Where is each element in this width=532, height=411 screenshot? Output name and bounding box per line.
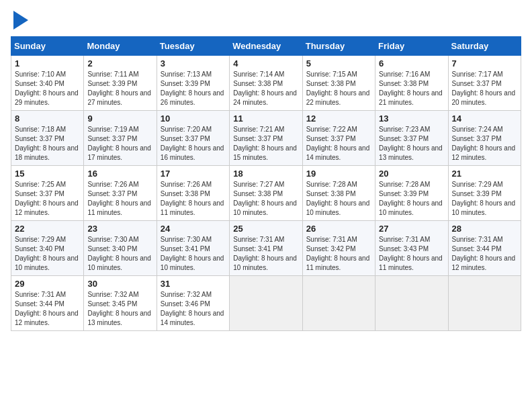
day-number: 12 (306, 113, 371, 124)
sunrise: Sunrise: 7:22 AM (306, 126, 357, 133)
day-number: 29 (15, 279, 80, 289)
day-number: 22 (15, 224, 80, 234)
day-number: 9 (87, 113, 152, 124)
calendar-header-row: SundayMondayTuesdayWednesdayThursdayFrid… (11, 37, 521, 56)
day-number: 27 (379, 224, 444, 234)
day-number: 25 (233, 224, 298, 234)
calendar-day-30: 30Sunrise: 7:32 AMSunset: 3:45 PMDayligh… (84, 276, 157, 331)
sunrise: Sunrise: 7:15 AM (306, 71, 357, 78)
day-number: 8 (15, 113, 80, 124)
daylight: Daylight: 8 hours and 12 minutes. (452, 255, 516, 271)
day-info: Sunrise: 7:26 AMSunset: 3:38 PMDaylight:… (161, 180, 226, 218)
calendar-day-17: 17Sunrise: 7:26 AMSunset: 3:38 PMDayligh… (157, 166, 229, 221)
day-info: Sunrise: 7:15 AMSunset: 3:38 PMDaylight:… (306, 70, 371, 107)
day-number: 18 (233, 169, 298, 179)
sunset: Sunset: 3:37 PM (306, 135, 356, 142)
sunset: Sunset: 3:39 PM (452, 190, 502, 197)
sunset: Sunset: 3:37 PM (452, 135, 502, 142)
day-number: 23 (87, 224, 152, 234)
calendar-week-5: 29Sunrise: 7:31 AMSunset: 3:44 PMDayligh… (11, 276, 521, 331)
daylight: Daylight: 8 hours and 13 minutes. (87, 310, 151, 326)
daylight: Daylight: 8 hours and 21 minutes. (379, 89, 443, 106)
calendar-table: SundayMondayTuesdayWednesdayThursdayFrid… (11, 36, 521, 331)
sunrise: Sunrise: 7:32 AM (87, 291, 138, 298)
calendar-day-23: 23Sunrise: 7:30 AMSunset: 3:40 PMDayligh… (84, 221, 157, 276)
calendar-day-18: 18Sunrise: 7:27 AMSunset: 3:38 PMDayligh… (230, 166, 302, 221)
calendar-day-27: 27Sunrise: 7:31 AMSunset: 3:43 PMDayligh… (375, 221, 448, 276)
daylight: Daylight: 8 hours and 10 minutes. (233, 255, 297, 271)
day-number: 28 (452, 224, 517, 234)
calendar-header-sunday: Sunday (11, 37, 84, 56)
calendar-header-monday: Monday (84, 37, 157, 56)
sunrise: Sunrise: 7:19 AM (87, 126, 138, 133)
sunrise: Sunrise: 7:13 AM (161, 71, 212, 78)
day-number: 10 (161, 113, 226, 124)
empty-cell (302, 276, 375, 331)
daylight: Daylight: 8 hours and 14 minutes. (161, 310, 224, 326)
svg-marker-0 (13, 11, 28, 30)
sunset: Sunset: 3:37 PM (15, 190, 64, 197)
empty-cell (375, 276, 448, 331)
calendar-day-24: 24Sunrise: 7:30 AMSunset: 3:41 PMDayligh… (157, 221, 229, 276)
sunrise: Sunrise: 7:32 AM (161, 291, 212, 298)
day-number: 31 (161, 279, 226, 289)
day-number: 15 (15, 169, 80, 179)
calendar-day-13: 13Sunrise: 7:23 AMSunset: 3:37 PMDayligh… (375, 111, 448, 166)
day-number: 5 (306, 58, 371, 68)
day-number: 2 (87, 58, 152, 68)
sunset: Sunset: 3:44 PM (15, 300, 64, 308)
calendar-day-7: 7Sunrise: 7:17 AMSunset: 3:37 PMDaylight… (448, 56, 521, 111)
sunset: Sunset: 3:39 PM (379, 190, 429, 197)
sunset: Sunset: 3:37 PM (15, 135, 64, 142)
calendar-day-5: 5Sunrise: 7:15 AMSunset: 3:38 PMDaylight… (302, 56, 375, 111)
day-number: 20 (379, 169, 444, 179)
sunrise: Sunrise: 7:24 AM (452, 126, 503, 133)
sunrise: Sunrise: 7:26 AM (87, 181, 138, 188)
calendar-week-2: 8Sunrise: 7:18 AMSunset: 3:37 PMDaylight… (11, 111, 521, 166)
sunrise: Sunrise: 7:20 AM (161, 126, 212, 133)
sunrise: Sunrise: 7:14 AM (233, 71, 284, 78)
day-info: Sunrise: 7:21 AMSunset: 3:37 PMDaylight:… (233, 125, 298, 163)
day-info: Sunrise: 7:20 AMSunset: 3:37 PMDaylight:… (161, 125, 226, 163)
calendar-day-28: 28Sunrise: 7:31 AMSunset: 3:44 PMDayligh… (448, 221, 521, 276)
calendar-week-1: 1Sunrise: 7:10 AMSunset: 3:40 PMDaylight… (11, 56, 521, 111)
calendar-header-tuesday: Tuesday (157, 37, 229, 56)
calendar-day-31: 31Sunrise: 7:32 AMSunset: 3:46 PMDayligh… (157, 276, 229, 331)
day-info: Sunrise: 7:19 AMSunset: 3:37 PMDaylight:… (87, 125, 152, 163)
daylight: Daylight: 8 hours and 17 minutes. (87, 144, 151, 161)
calendar-day-21: 21Sunrise: 7:29 AMSunset: 3:39 PMDayligh… (448, 166, 521, 221)
day-number: 17 (161, 169, 226, 179)
calendar-header-friday: Friday (375, 37, 448, 56)
daylight: Daylight: 8 hours and 13 minutes. (379, 144, 443, 161)
sunrise: Sunrise: 7:28 AM (379, 181, 430, 188)
calendar-day-15: 15Sunrise: 7:25 AMSunset: 3:37 PMDayligh… (11, 166, 84, 221)
daylight: Daylight: 8 hours and 18 minutes. (15, 144, 79, 161)
day-number: 13 (379, 113, 444, 124)
daylight: Daylight: 8 hours and 11 minutes. (379, 255, 443, 271)
empty-cell (230, 276, 302, 331)
sunrise: Sunrise: 7:11 AM (87, 71, 138, 78)
daylight: Daylight: 8 hours and 10 minutes. (379, 199, 443, 216)
day-info: Sunrise: 7:24 AMSunset: 3:37 PMDaylight:… (452, 125, 517, 163)
empty-cell (448, 276, 521, 331)
sunset: Sunset: 3:40 PM (87, 245, 137, 253)
day-info: Sunrise: 7:17 AMSunset: 3:37 PMDaylight:… (452, 70, 517, 107)
sunset: Sunset: 3:39 PM (87, 80, 137, 87)
day-number: 24 (161, 224, 226, 234)
sunrise: Sunrise: 7:21 AM (233, 126, 284, 133)
day-info: Sunrise: 7:31 AMSunset: 3:44 PMDaylight:… (452, 235, 517, 273)
calendar-day-29: 29Sunrise: 7:31 AMSunset: 3:44 PMDayligh… (11, 276, 84, 331)
sunrise: Sunrise: 7:31 AM (15, 291, 66, 298)
day-info: Sunrise: 7:31 AMSunset: 3:41 PMDaylight:… (233, 235, 298, 273)
daylight: Daylight: 8 hours and 12 minutes. (15, 199, 79, 216)
day-info: Sunrise: 7:10 AMSunset: 3:40 PMDaylight:… (15, 70, 80, 107)
day-info: Sunrise: 7:31 AMSunset: 3:43 PMDaylight:… (379, 235, 444, 273)
calendar-day-2: 2Sunrise: 7:11 AMSunset: 3:39 PMDaylight… (84, 56, 157, 111)
sunset: Sunset: 3:38 PM (306, 190, 356, 197)
calendar-body: 1Sunrise: 7:10 AMSunset: 3:40 PMDaylight… (11, 56, 521, 331)
sunset: Sunset: 3:45 PM (87, 300, 137, 308)
day-info: Sunrise: 7:30 AMSunset: 3:41 PMDaylight:… (161, 235, 226, 273)
daylight: Daylight: 8 hours and 14 minutes. (306, 144, 370, 161)
calendar-day-8: 8Sunrise: 7:18 AMSunset: 3:37 PMDaylight… (11, 111, 84, 166)
day-number: 14 (452, 113, 517, 124)
